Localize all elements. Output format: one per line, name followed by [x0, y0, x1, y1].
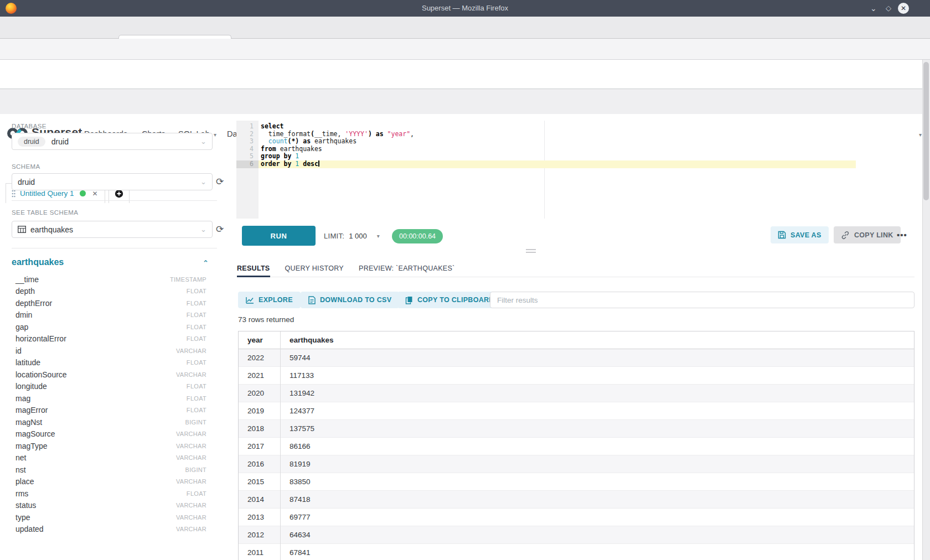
column-type: VARCHAR: [176, 371, 206, 378]
sql-editor-code[interactable]: select time_format(__time, 'YYYY') as "y…: [259, 121, 914, 219]
window-close-icon[interactable]: ✕: [898, 3, 909, 14]
collapse-chevron-up-icon[interactable]: ⌃: [203, 259, 209, 267]
window-maximize-icon[interactable]: ◇: [886, 3, 891, 14]
column-name: dmin: [16, 310, 32, 319]
column-name: nst: [16, 465, 26, 474]
result-row: 2019124377: [239, 402, 914, 420]
tab-results[interactable]: RESULTS: [237, 260, 270, 277]
result-row: 201681919: [239, 455, 914, 473]
schema-select[interactable]: druid ⌄: [12, 173, 213, 190]
refresh-schema-icon[interactable]: ⟳: [216, 176, 224, 188]
column-header-year[interactable]: year: [239, 331, 281, 349]
limit-dropdown[interactable]: LIMIT: 1 000: [324, 228, 380, 243]
column-type: VARCHAR: [176, 348, 206, 354]
window-title: Superset — Mozilla Firefox: [0, 4, 930, 12]
run-query-button[interactable]: RUN: [242, 226, 316, 246]
column-type: BIGINT: [185, 466, 206, 473]
database-select[interactable]: druid druid ⌄: [12, 133, 213, 150]
browser-window: Superset — Mozilla Firefox ⌄ ◇ ✕ Apache …: [0, 0, 930, 560]
more-options-icon[interactable]: •••: [897, 226, 907, 243]
result-row: 201167841: [239, 544, 914, 560]
cell-year: 2019: [239, 402, 281, 420]
save-as-button[interactable]: SAVE AS: [771, 226, 829, 243]
column-name: horizontalError: [16, 334, 66, 343]
schema-column-row: magErrorFLOAT: [16, 405, 206, 417]
column-type: VARCHAR: [176, 502, 206, 509]
copy-link-button[interactable]: COPY LINK: [834, 226, 901, 243]
schema-column-row: magNstBIGINT: [16, 416, 206, 428]
column-type: FLOAT: [187, 335, 206, 342]
column-name: longitude: [16, 382, 47, 391]
schema-column-row: updatedVARCHAR: [16, 523, 206, 536]
cell-earthquakes: 69777: [281, 509, 914, 526]
explore-button[interactable]: EXPLORE: [238, 292, 301, 308]
refresh-table-icon[interactable]: ⟳: [216, 224, 224, 235]
table-value: earthquakes: [30, 225, 73, 234]
results-table: yearearthquakes2022597442021117133202013…: [238, 331, 914, 560]
cell-year: 2016: [239, 455, 281, 473]
cell-year: 2015: [239, 473, 281, 491]
superset-navbar: Superset Dashboards Charts SQL Lab Data …: [0, 60, 922, 89]
tab-query-history[interactable]: QUERY HISTORY: [285, 260, 344, 277]
column-type: VARCHAR: [176, 478, 206, 485]
page-scrollbar-thumb[interactable]: [923, 62, 929, 200]
clipboard-icon: [405, 296, 413, 304]
copy-to-clipboard-button[interactable]: COPY TO CLIPBOARD: [397, 292, 502, 308]
code-line: count(*) as earthquakes: [259, 138, 914, 146]
table-section-title: earthquakes: [12, 257, 64, 267]
cell-year: 2012: [239, 526, 281, 544]
cell-earthquakes: 124377: [281, 402, 914, 420]
results-header-row: yearearthquakes: [239, 331, 914, 349]
schema-column-row: magFLOAT: [16, 392, 206, 405]
column-header-earthquakes[interactable]: earthquakes: [281, 331, 914, 349]
column-type: VARCHAR: [176, 526, 206, 532]
window-titlebar: Superset — Mozilla Firefox ⌄ ◇ ✕: [0, 0, 930, 17]
result-row: 201786166: [239, 438, 914, 455]
cell-earthquakes: 86166: [281, 438, 914, 455]
column-name: magNst: [16, 418, 42, 427]
column-name: type: [16, 513, 30, 522]
cell-year: 2014: [239, 491, 281, 509]
drag-handle-icon[interactable]: [12, 190, 16, 198]
rows-returned-text: 73 rows returned: [238, 315, 294, 324]
sql-editor[interactable]: 123456 select time_format(__time, 'YYYY'…: [236, 121, 914, 219]
limit-value: 1 000: [349, 232, 367, 240]
query-tab-title: Untitled Query 1: [20, 189, 74, 198]
result-row: 2018137575: [239, 420, 914, 438]
chart-line-icon: [246, 297, 254, 304]
chevron-down-icon: ⌄: [200, 227, 206, 232]
schema-column-row: typeVARCHAR: [16, 511, 206, 523]
chevron-down-icon: ⌄: [200, 179, 206, 185]
result-row: 2020131942: [239, 385, 914, 402]
column-type: VARCHAR: [176, 514, 206, 521]
filter-results-input[interactable]: [490, 292, 914, 308]
schema-column-row: __timeTIMESTAMP: [16, 273, 206, 286]
cell-year: 2022: [239, 349, 281, 367]
table-select[interactable]: earthquakes ⌄: [12, 221, 213, 238]
result-row: 201369777: [239, 509, 914, 526]
gutter-line-number: 1: [236, 123, 259, 131]
column-type: FLOAT: [187, 359, 206, 366]
tab-preview-earthquakes[interactable]: PREVIEW: `EARTHQUAKES`: [359, 260, 455, 277]
cell-earthquakes: 64634: [281, 526, 914, 544]
column-name: net: [16, 453, 26, 462]
query-tab-close-icon[interactable]: ✕: [92, 190, 98, 198]
schema-column-row: rmsFLOAT: [16, 488, 206, 500]
code-line: time_format(__time, 'YYYY') as "year",: [259, 131, 914, 138]
column-name: magType: [16, 442, 48, 450]
schema-column-row: gapFLOAT: [16, 321, 206, 333]
download-csv-button[interactable]: DOWNLOAD TO CSV: [301, 292, 399, 308]
schema-column-row: netVARCHAR: [16, 452, 206, 464]
cell-year: 2017: [239, 438, 281, 455]
chevron-down-icon: ⌄: [200, 139, 206, 144]
window-minimize-icon[interactable]: ⌄: [870, 3, 877, 14]
schema-column-row: nstBIGINT: [16, 464, 206, 476]
limit-label: LIMIT:: [324, 232, 344, 240]
result-row: 201583850: [239, 473, 914, 491]
column-name: status: [16, 501, 36, 510]
cell-earthquakes: 59744: [281, 349, 914, 367]
pane-resize-grip[interactable]: [526, 249, 536, 253]
cell-earthquakes: 131942: [281, 385, 914, 402]
column-type: VARCHAR: [176, 431, 206, 437]
column-name: magError: [16, 406, 48, 414]
